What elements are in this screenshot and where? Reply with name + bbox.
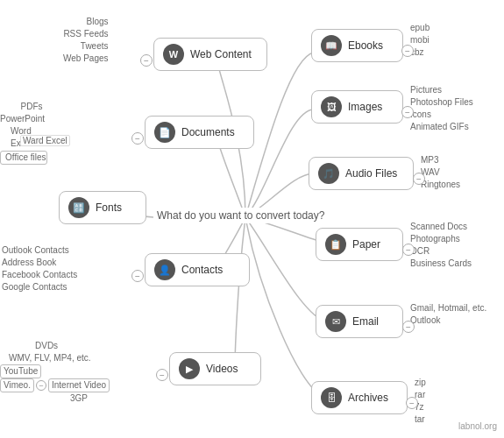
branch-dvds: DVDs bbox=[0, 340, 110, 352]
branch-pdfs: PDFs bbox=[0, 101, 47, 113]
branch-pictures: Pictures bbox=[410, 84, 473, 96]
node-email[interactable]: ✉ Email bbox=[316, 305, 403, 338]
archives-minus[interactable]: − bbox=[406, 397, 418, 409]
branch-ocr: OCR bbox=[410, 245, 472, 258]
email-minus[interactable]: − bbox=[402, 321, 415, 333]
branch-addressbook: Address Book bbox=[2, 257, 77, 269]
branch-tweets: Tweets bbox=[63, 40, 109, 53]
documents-icon: 📄 bbox=[154, 122, 175, 143]
branch-outlookcontacts: Outlook Contacts bbox=[2, 244, 77, 257]
audiofiles-minus[interactable]: − bbox=[413, 173, 425, 185]
videos-branches: DVDs WMV, FLV, MP4, etc. YouTube Vimeo. … bbox=[0, 340, 110, 405]
node-paper[interactable]: 📋 Paper bbox=[316, 228, 403, 261]
videos-minus[interactable]: − bbox=[156, 369, 168, 381]
branch-youtube: YouTube bbox=[0, 364, 41, 378]
audiofiles-label: Audio Files bbox=[345, 167, 397, 180]
contacts-branches: Outlook Contacts Address Book Facebook C… bbox=[2, 244, 77, 293]
node-images[interactable]: 🖼 Images bbox=[311, 90, 403, 124]
branch-ringtones: Ringtones bbox=[421, 179, 460, 191]
images-branches: Pictures Photoshop Files Icons Animated … bbox=[410, 84, 473, 133]
node-audiofiles[interactable]: 🎵 Audio Files bbox=[309, 157, 414, 190]
minus-internetvideo[interactable]: − bbox=[36, 380, 46, 391]
images-icon: 🖼 bbox=[321, 96, 342, 117]
branch-epub: epub bbox=[410, 22, 429, 34]
branch-businesscards: Business Cards bbox=[410, 258, 472, 270]
webcontent-icon: W bbox=[163, 44, 184, 65]
archives-label: Archives bbox=[348, 392, 388, 404]
branch-rssfeeds: RSS Feeds bbox=[63, 28, 109, 40]
contacts-label: Contacts bbox=[181, 264, 223, 276]
watermark: labnol.org bbox=[458, 421, 497, 431]
node-contacts[interactable]: 👤 Contacts bbox=[145, 253, 250, 286]
branch-tar: tar bbox=[415, 413, 426, 426]
branch-gmail: Gmail, Hotmail, etc. bbox=[410, 302, 486, 314]
branch-officefiles: Office files bbox=[0, 151, 47, 165]
branch-outlook: Outlook bbox=[410, 314, 486, 327]
documents-minus[interactable]: − bbox=[131, 132, 144, 145]
center-question: What do you want to convert today? bbox=[153, 208, 328, 223]
webcontent-label: Web Content bbox=[190, 48, 252, 60]
branch-internetvideo: Internet Video bbox=[48, 378, 110, 392]
paper-icon: 📋 bbox=[325, 234, 346, 255]
branch-wmv: WMV, FLV, MP4, etc. bbox=[0, 352, 110, 364]
branch-powerpoint: PowerPoint bbox=[0, 113, 47, 125]
audiofiles-icon: 🎵 bbox=[318, 163, 339, 184]
branch-facebookcontacts: Facebook Contacts bbox=[2, 269, 77, 281]
ebooks-label: Ebooks bbox=[348, 39, 383, 52]
node-archives[interactable]: 🗄 Archives bbox=[311, 381, 408, 414]
email-icon: ✉ bbox=[325, 311, 346, 332]
fonts-label: Fonts bbox=[96, 201, 122, 214]
webcontent-branches: Blogs RSS Feeds Tweets Web Pages bbox=[63, 16, 109, 65]
audiofiles-branches: MP3 WAV Ringtones bbox=[421, 154, 460, 191]
node-fonts[interactable]: 🔠 Fonts bbox=[59, 191, 146, 224]
images-minus[interactable]: − bbox=[401, 106, 414, 118]
branch-webpages: Web Pages bbox=[63, 53, 109, 65]
documents-branches: PDFs PowerPoint Word Excel Office files bbox=[0, 101, 47, 165]
branch-icons: Icons bbox=[410, 109, 473, 121]
archives-icon: 🗄 bbox=[321, 387, 342, 408]
contacts-icon: 👤 bbox=[154, 259, 175, 280]
branch-zip: zip bbox=[415, 377, 426, 389]
images-label: Images bbox=[348, 101, 382, 113]
email-branches: Gmail, Hotmail, etc. Outlook bbox=[410, 302, 486, 327]
branch-photographs: Photographs bbox=[410, 233, 472, 245]
email-label: Email bbox=[352, 315, 379, 328]
ward-excel-label: Ward Excel bbox=[20, 135, 70, 146]
node-documents[interactable]: 📄 Documents bbox=[145, 116, 254, 149]
branch-wav: WAV bbox=[421, 166, 460, 179]
branch-blogs: Blogs bbox=[63, 16, 109, 28]
contacts-minus[interactable]: − bbox=[131, 270, 144, 282]
node-webcontent[interactable]: W Web Content bbox=[153, 38, 267, 71]
branch-mobi: mobi bbox=[410, 34, 429, 46]
branch-scanneddocs: Scanned Docs bbox=[410, 221, 472, 233]
branch-vimeo: Vimeo. bbox=[0, 378, 34, 392]
paper-label: Paper bbox=[352, 238, 380, 251]
branch-mp3: MP3 bbox=[421, 154, 460, 166]
fonts-icon: 🔠 bbox=[68, 197, 89, 218]
paper-branches: Scanned Docs Photographs OCR Business Ca… bbox=[410, 221, 472, 270]
node-ebooks[interactable]: 📖 Ebooks bbox=[311, 29, 403, 62]
branch-googlecontacts: Google Contacts bbox=[2, 281, 77, 293]
branch-photoshopfiles: Photoshop Files bbox=[410, 96, 473, 109]
ebooks-minus[interactable]: − bbox=[401, 45, 414, 57]
documents-label: Documents bbox=[181, 126, 235, 138]
paper-minus[interactable]: − bbox=[402, 244, 415, 256]
videos-label: Videos bbox=[206, 363, 238, 375]
branch-3gp: 3GP bbox=[0, 392, 110, 405]
node-videos[interactable]: ▶ Videos bbox=[169, 352, 261, 385]
videos-icon: ▶ bbox=[179, 358, 200, 379]
ebooks-icon: 📖 bbox=[321, 35, 342, 56]
branch-animatedgifs: Animated GIFs bbox=[410, 121, 473, 133]
webcontent-minus[interactable]: − bbox=[140, 54, 153, 67]
